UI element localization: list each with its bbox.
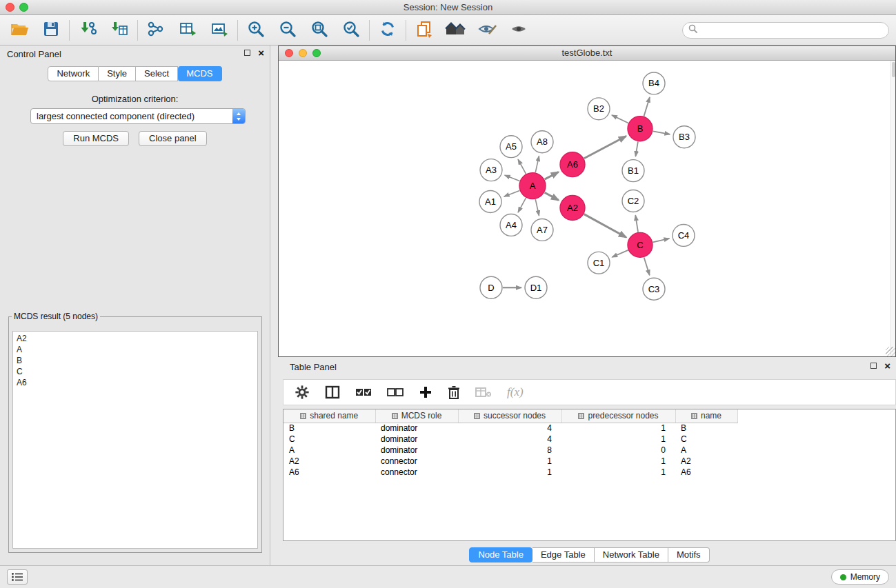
edge-A-A5[interactable] (518, 159, 526, 174)
edge-C-C1[interactable] (612, 250, 628, 257)
network-minimize-button[interactable] (299, 49, 307, 57)
table-cell[interactable]: dominator (375, 423, 458, 434)
add-column-button[interactable] (419, 385, 432, 399)
table-cell[interactable]: A2 (675, 456, 737, 467)
tab-network[interactable]: Network (48, 66, 99, 81)
node-D[interactable]: D (480, 276, 502, 298)
table-cell[interactable]: B (675, 423, 737, 434)
node-B4[interactable]: B4 (643, 72, 665, 94)
delete-column-button[interactable] (448, 385, 460, 399)
tab-mcds[interactable]: MCDS (178, 66, 221, 81)
hide-details-button[interactable] (475, 19, 500, 42)
table-tab-motifs[interactable]: Motifs (668, 547, 710, 562)
node-C2[interactable]: C2 (622, 190, 644, 212)
node-B1[interactable]: B1 (622, 160, 644, 182)
node-A4[interactable]: A4 (500, 214, 522, 236)
node-table[interactable]: shared nameMCDS rolesuccessor nodesprede… (283, 409, 738, 478)
table-row[interactable]: A6connector11A6 (283, 467, 737, 478)
edge-A-A4[interactable] (518, 198, 526, 212)
network-window-titlebar[interactable]: testGlobe.txt (279, 46, 895, 61)
table-cell[interactable]: connector (375, 456, 458, 467)
refresh-view-button[interactable] (375, 19, 400, 42)
node-A3[interactable]: A3 (480, 159, 502, 181)
table-cell[interactable]: C (675, 434, 737, 445)
node-A2[interactable]: A2 (560, 196, 585, 221)
zoom-selected-button[interactable] (339, 19, 364, 42)
table-tab-edge-table[interactable]: Edge Table (532, 547, 595, 562)
table-cell[interactable]: A6 (283, 467, 375, 478)
new-table-button[interactable] (175, 19, 200, 42)
table-cell[interactable]: 1 (458, 456, 561, 467)
mcds-result-item[interactable]: B (17, 355, 254, 366)
close-window-button[interactable] (6, 3, 14, 12)
edge-A-A8[interactable] (535, 156, 539, 172)
tab-select[interactable]: Select (136, 66, 178, 81)
table-cell[interactable]: A2 (283, 456, 375, 467)
edge-C-C4[interactable] (653, 239, 670, 242)
table-cell[interactable]: dominator (375, 434, 458, 445)
node-B2[interactable]: B2 (588, 98, 610, 120)
table-cell[interactable]: 0 (561, 445, 675, 456)
column-header-shared-name[interactable]: shared name (283, 409, 375, 423)
zoom-in-button[interactable] (243, 19, 268, 42)
table-tab-node-table[interactable]: Node Table (469, 547, 532, 562)
table-cell[interactable]: 8 (458, 445, 561, 456)
edge-A-A2[interactable] (545, 192, 559, 200)
table-cell[interactable]: dominator (375, 445, 458, 456)
table-cell[interactable]: A (283, 445, 375, 456)
node-A8[interactable]: A8 (531, 131, 553, 153)
table-cell[interactable]: B (283, 423, 375, 434)
network-zoom-button[interactable] (312, 49, 321, 57)
edge-B-B3[interactable] (653, 131, 670, 134)
node-B3[interactable]: B3 (673, 126, 695, 148)
save-session-button[interactable] (39, 19, 63, 42)
run-mcds-button[interactable]: Run MCDS (63, 131, 129, 146)
node-A1[interactable]: A1 (479, 191, 501, 213)
table-cell[interactable]: A (675, 445, 737, 456)
import-network-button[interactable] (75, 19, 100, 42)
edge-B-B1[interactable] (635, 141, 638, 156)
task-history-button[interactable] (7, 569, 28, 585)
optimization-criterion-dropdown[interactable]: largest connected component (directed) (30, 108, 246, 124)
column-header-predecessor-nodes[interactable]: predecessor nodes (561, 409, 675, 423)
scrollbar-thumb[interactable] (892, 62, 895, 77)
network-canvas[interactable]: B4B2BB3A5A8A6B1A3AC2A1A2A4A7C4CC1C3DD1 (279, 61, 895, 356)
import-table-button[interactable] (107, 19, 132, 42)
table-cell[interactable]: A6 (675, 467, 737, 478)
table-cell[interactable]: 1 (458, 467, 561, 478)
network-close-button[interactable] (285, 49, 293, 57)
close-table-panel-icon[interactable]: × (884, 362, 890, 369)
table-cell[interactable]: 4 (458, 423, 561, 434)
tab-style[interactable]: Style (99, 66, 136, 81)
node-A6[interactable]: A6 (560, 152, 585, 177)
new-network-button[interactable] (143, 19, 168, 42)
close-panel-button[interactable]: Close panel (139, 131, 207, 146)
search-input[interactable] (701, 25, 883, 35)
mcds-result-item[interactable]: C (17, 366, 254, 377)
edge-B-B4[interactable] (644, 97, 650, 116)
show-details-button[interactable] (507, 19, 532, 42)
zoom-window-button[interactable] (19, 3, 28, 12)
node-C4[interactable]: C4 (673, 224, 695, 246)
table-settings-button[interactable] (295, 385, 310, 400)
table-row[interactable]: A2connector11A2 (283, 456, 737, 467)
open-file-button[interactable] (7, 19, 32, 42)
node-A7[interactable]: A7 (531, 219, 553, 241)
edge-C-C3[interactable] (644, 257, 650, 275)
table-row[interactable]: Cdominator41C (283, 434, 737, 445)
search-box[interactable] (682, 22, 889, 39)
mcds-result-item[interactable]: A (17, 344, 254, 355)
node-D1[interactable]: D1 (525, 276, 547, 298)
node-A[interactable]: A (519, 173, 546, 199)
edge-A2-C[interactable] (584, 214, 626, 238)
network-vertical-scrollbar[interactable] (890, 61, 895, 356)
export-image-button[interactable] (207, 19, 232, 42)
table-cell[interactable]: 1 (561, 456, 675, 467)
node-B[interactable]: B (628, 116, 653, 141)
zoom-out-button[interactable] (275, 19, 300, 42)
close-panel-icon[interactable]: × (258, 49, 264, 57)
network-graph[interactable]: B4B2BB3A5A8A6B1A3AC2A1A2A4A7C4CC1C3DD1 (279, 61, 895, 356)
column-header-MCDS-role[interactable]: MCDS role (375, 409, 458, 423)
table-row[interactable]: Adominator80A (283, 445, 737, 456)
mcds-result-item[interactable]: A6 (17, 377, 254, 388)
